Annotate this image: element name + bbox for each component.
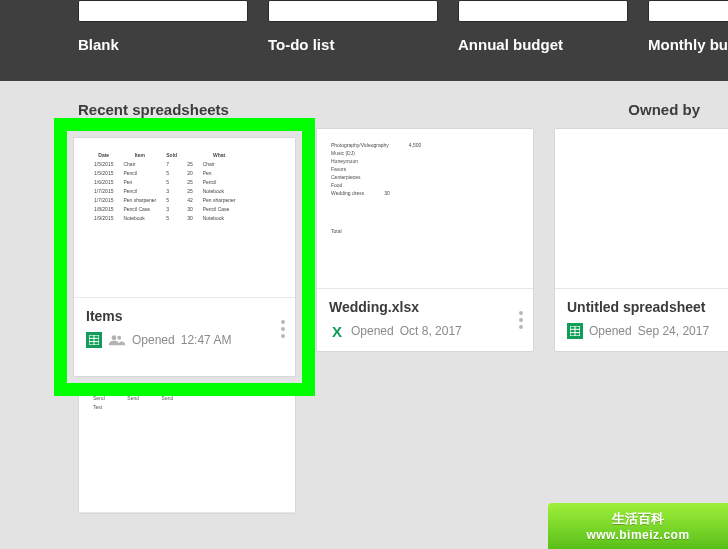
svg-point-13 (281, 320, 285, 324)
owner-filter[interactable]: Owned by (628, 101, 700, 118)
svg-point-1 (519, 318, 523, 322)
watermark-line2: www.bimeiz.com (548, 528, 728, 542)
card-footer: Items Opened 12:47 AM (74, 298, 295, 360)
opened-value: Sep 24, 2017 (638, 324, 709, 338)
svg-point-0 (519, 311, 523, 315)
more-icon[interactable] (281, 320, 285, 342)
watermark: 生活百科 www.bimeiz.com (548, 503, 728, 549)
svg-point-12 (117, 336, 121, 340)
svg-point-2 (519, 325, 523, 329)
watermark-line1: 生活百科 (548, 510, 728, 528)
template-thumb (268, 0, 438, 22)
card-footer: Untitled spreadsheet Opened Sep 24, 2017 (555, 289, 728, 351)
template-label: Monthly budg (648, 36, 728, 53)
template-label: Annual budget (458, 36, 628, 53)
template-blank[interactable]: Blank (78, 0, 248, 53)
card-wedding[interactable]: Photography/Videography4,500 Music (DJ) … (316, 128, 534, 352)
template-label: Blank (78, 36, 248, 53)
card-title: Items (86, 308, 283, 324)
highlight-box: DateItemSoldWhat 1/5/2015Chair725Chair 1… (54, 118, 315, 396)
svg-point-14 (281, 327, 285, 331)
card-title: Wedding.xlsx (329, 299, 521, 315)
template-thumb (78, 0, 248, 22)
card-items[interactable]: DateItemSoldWhat 1/5/2015Chair725Chair 1… (73, 137, 296, 377)
excel-icon: X (329, 323, 345, 339)
card-preview: DateItemSoldWhat 1/5/2015Chair725Chair 1… (74, 138, 295, 298)
svg-point-15 (281, 334, 285, 338)
card-footer: Wedding.xlsx X Opened Oct 8, 2017 (317, 289, 533, 351)
template-thumb (648, 0, 728, 22)
card-title: Untitled spreadsheet (567, 299, 721, 315)
card-meta: X Opened Oct 8, 2017 (329, 323, 521, 339)
template-monthly-budget[interactable]: Monthly budg (648, 0, 728, 53)
template-thumb (458, 0, 628, 22)
template-label: To-do list (268, 36, 438, 53)
opened-value: 12:47 AM (181, 333, 232, 347)
more-icon[interactable] (519, 311, 523, 333)
opened-prefix: Opened (132, 333, 175, 347)
opened-prefix: Opened (351, 324, 394, 338)
opened-value: Oct 8, 2017 (400, 324, 462, 338)
template-strip: Blank To-do list Annual budget Monthly b… (0, 0, 728, 81)
shared-icon (108, 333, 126, 347)
sheets-icon (567, 323, 583, 339)
sheets-icon (86, 332, 102, 348)
svg-point-11 (112, 335, 117, 340)
card-meta: Opened Sep 24, 2017 (567, 323, 721, 339)
template-annual-budget[interactable]: Annual budget (458, 0, 628, 53)
template-todo[interactable]: To-do list (268, 0, 438, 53)
section-title: Recent spreadsheets (78, 101, 229, 118)
card-preview: Photography/Videography4,500 Music (DJ) … (317, 129, 533, 289)
card-untitled[interactable]: Untitled spreadsheet Opened Sep 24, 2017 (554, 128, 728, 352)
card-meta: Opened 12:47 AM (86, 332, 283, 348)
opened-prefix: Opened (589, 324, 632, 338)
card-preview (555, 129, 728, 289)
